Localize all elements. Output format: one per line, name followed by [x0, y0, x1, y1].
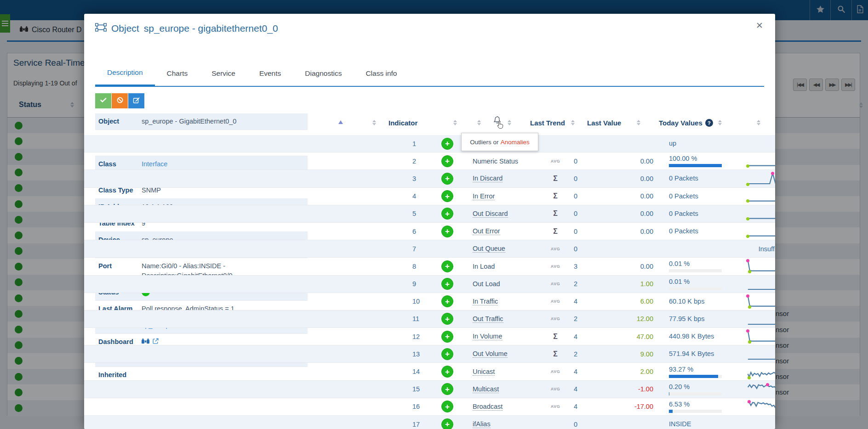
indicator-row[interactable]: 15+MulticastAVG4-1.000.20 % — [84, 381, 775, 398]
indicator-name-label[interactable]: In Error — [473, 192, 495, 200]
add-indicator-button[interactable]: + — [441, 366, 453, 378]
indicator-name-label: Numeric Status — [473, 158, 518, 165]
edit-button[interactable] — [128, 93, 144, 108]
add-indicator-button[interactable]: + — [441, 260, 453, 272]
add-indicator-button[interactable]: + — [441, 155, 453, 167]
sort-icon[interactable] — [477, 120, 481, 125]
cell-add: + — [441, 345, 453, 362]
indicator-column-header[interactable]: Indicator — [388, 119, 417, 127]
indicator-name-label[interactable]: Broadcast — [473, 403, 503, 411]
last-value: 100.00 % — [669, 152, 747, 169]
add-indicator-button[interactable]: + — [441, 138, 453, 150]
indicator-row[interactable]: 12+In VolumeΣ447.00440.98 K Bytes — [84, 328, 775, 345]
sparkline-green-dot — [748, 305, 751, 309]
last-value-text: 0.01 % — [669, 278, 690, 286]
aggregation-type: Σ — [546, 223, 565, 240]
indicator-name: In Error — [473, 188, 548, 205]
indicator-row[interactable]: 17+ifAlias0INSIDEN/A — [84, 416, 775, 429]
indicator-name-label[interactable]: In Discard — [473, 175, 503, 182]
indicator-name-label[interactable]: Out Error — [473, 227, 500, 235]
add-indicator-button[interactable]: + — [441, 278, 453, 290]
indicator-row[interactable]: 16+BroadcastAVG4-17.006.53 % — [84, 398, 775, 416]
last-value-text: 0 Packets — [669, 210, 698, 218]
indicator-name-label[interactable]: Unicast — [473, 368, 495, 376]
indicator-row[interactable]: 13+Out VolumeΣ29.00571.94 K Bytes — [84, 345, 775, 363]
last-trend-column-header[interactable]: Last Trend — [530, 119, 565, 127]
indicator-row[interactable]: 14+UnicastAVG42.0093.27 % — [84, 363, 775, 380]
indicator-row[interactable]: 5+Out DiscardΣ00.000 Packets — [84, 205, 775, 223]
tab-service[interactable]: Service — [200, 61, 247, 86]
value-progress-fill — [669, 410, 673, 413]
indicator-row[interactable]: 9+Out LoadAVG21.000.01 % — [84, 276, 775, 293]
indicator-name-label[interactable]: Out Traffic — [473, 315, 503, 323]
add-indicator-button[interactable]: + — [441, 348, 453, 360]
indicator-row[interactable]: 4+In ErrorΣ00.000 Packets — [84, 188, 775, 205]
indicator-row[interactable]: 11+Out TrafficAVG212.0077.95 K bps — [84, 310, 775, 328]
add-indicator-button[interactable]: + — [441, 418, 453, 429]
indicator-name-label[interactable]: Out Discard — [473, 210, 508, 218]
sort-icon[interactable] — [453, 120, 457, 125]
tab-charts[interactable]: Charts — [155, 61, 200, 86]
indicator-name-label[interactable]: Out Queue — [473, 245, 505, 253]
indicator-row[interactable]: 1+StatusupN/A — [84, 135, 775, 152]
tab-description[interactable]: Description — [95, 61, 155, 87]
indicator-row[interactable]: 8+In LoadAVG30.000.01 % — [84, 258, 775, 275]
add-indicator-button[interactable]: + — [441, 295, 453, 307]
help-icon[interactable]: ? — [705, 119, 713, 127]
sort-icon[interactable] — [372, 120, 376, 125]
sort-icon[interactable] — [571, 120, 575, 125]
value-progress-bar — [669, 410, 722, 413]
tab-events[interactable]: Events — [247, 61, 293, 86]
indicator-name: In Load — [473, 258, 548, 275]
indicator-name-label[interactable]: ifAlias — [473, 420, 491, 428]
add-indicator-button[interactable]: + — [441, 383, 453, 395]
sort-icon[interactable] — [637, 120, 640, 125]
close-icon[interactable]: ✕ — [756, 20, 763, 31]
confirm-button[interactable] — [95, 93, 111, 108]
last-trend-value: 6.00 — [608, 293, 653, 310]
tab-diagnostics[interactable]: Diagnostics — [293, 61, 354, 86]
last-value-text: 0 Packets — [669, 175, 698, 182]
sort-active-icon[interactable] — [338, 120, 343, 124]
indicator-row[interactable]: 6+Out ErrorΣ00.000 Packets — [84, 223, 775, 240]
indicator-name-label[interactable]: In Volume — [473, 333, 503, 340]
add-indicator-button[interactable]: + — [441, 208, 453, 220]
indicator-row[interactable]: 2+Numeric StatusAVG00.00100.00 % — [84, 152, 775, 170]
sample-count: 2 — [574, 345, 592, 362]
add-indicator-button[interactable]: + — [441, 331, 453, 343]
last-value-text: 0 Packets — [669, 192, 698, 200]
sample-count: 2 — [574, 310, 592, 327]
add-indicator-button[interactable]: + — [441, 190, 453, 202]
sort-icon[interactable] — [718, 120, 722, 125]
indicator-row[interactable]: 10+In TrafficAVG46.0060.10 K bps — [84, 293, 775, 310]
today-values-column-header[interactable]: Today Values ? — [659, 119, 713, 127]
indicator-row[interactable]: 7Out QueueAVG0Insufficient data — [84, 240, 775, 258]
add-indicator-button[interactable]: + — [441, 313, 453, 325]
value-progress-fill — [669, 375, 718, 378]
sort-icon[interactable] — [508, 120, 511, 125]
indicator-name: Out Discard — [473, 205, 548, 222]
sample-count: 0 — [574, 188, 592, 205]
disable-button[interactable] — [112, 93, 128, 108]
last-value: 60.10 K bps — [669, 293, 747, 310]
cell-add: + — [441, 152, 453, 169]
indicator-row[interactable]: 3+In DiscardΣ00.000 Packets — [84, 170, 775, 187]
add-indicator-button[interactable]: + — [441, 173, 453, 185]
edit-icon — [133, 96, 140, 105]
sample-count: 2 — [574, 276, 592, 293]
add-indicator-button[interactable]: + — [441, 401, 453, 412]
mouse-cursor-hand — [497, 120, 504, 132]
last-value-column-header[interactable]: Last Value — [587, 119, 621, 127]
indicator-name: In Discard — [473, 170, 548, 187]
row-number: 1 — [412, 135, 426, 152]
add-indicator-button[interactable]: + — [441, 226, 453, 237]
indicator-table-header: Indicator Last Trend Last Value Today Va… — [84, 110, 775, 135]
tab-class-info[interactable]: Class info — [354, 61, 409, 86]
value-progress-bar — [669, 164, 722, 167]
last-value-text: 0.01 % — [669, 260, 690, 268]
indicator-name-label[interactable]: In Traffic — [473, 298, 498, 305]
last-trend-value: -17.00 — [608, 398, 653, 415]
indicator-name-label[interactable]: Multicast — [473, 385, 499, 393]
indicator-name-label[interactable]: Out Volume — [473, 350, 508, 358]
sort-icon[interactable] — [757, 120, 760, 125]
